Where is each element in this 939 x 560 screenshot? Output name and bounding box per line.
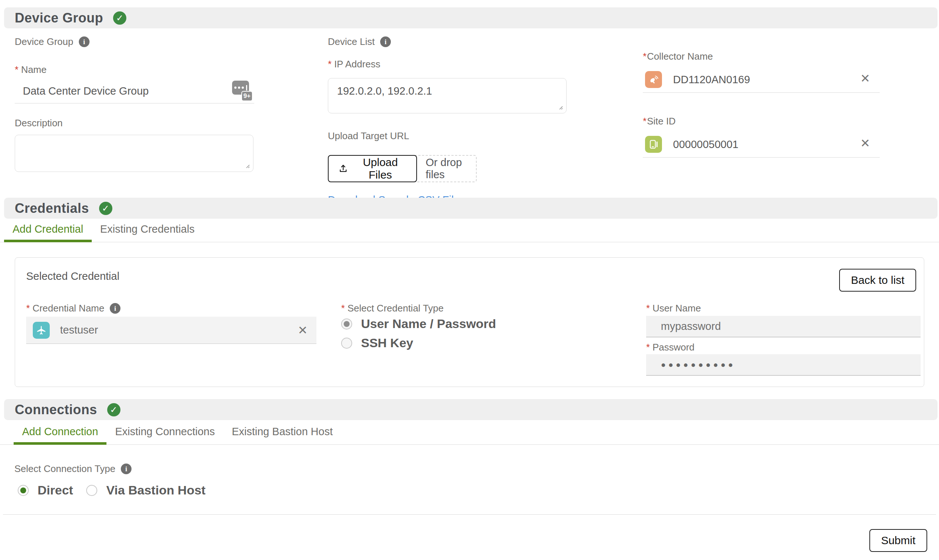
tab-existing-connections[interactable]: Existing Connections [106,426,223,445]
collector-lookup-pill[interactable]: DD1120AN0169 ✕ [643,71,880,93]
connection-type-label: Select Connection Type i [14,463,131,475]
tab-existing-bastion-host[interactable]: Existing Bastion Host [223,426,341,445]
clear-site-icon[interactable]: ✕ [860,137,870,149]
radio-via-bastion-host[interactable]: Via Bastion Host [86,483,205,497]
collector-satellite-icon [645,71,662,88]
info-icon[interactable]: i [121,463,131,474]
ip-address-label: * IP Address [328,58,567,70]
credentials-section-title: Credentials [15,201,89,216]
selected-credential-label: Selected Credential [26,270,119,282]
info-icon[interactable]: i [380,37,391,47]
resize-handle-icon[interactable] [244,162,250,169]
radio-direct[interactable]: Direct [18,483,73,497]
credential-name-pill[interactable]: testuser ✕ [26,317,316,344]
credentials-section-header: Credentials ✓ [4,198,937,219]
description-label: Description [15,117,254,129]
radio-unselected-icon[interactable] [86,485,97,496]
clear-collector-icon[interactable]: ✕ [860,72,870,84]
file-dropzone[interactable]: Upload Files Or drop files [328,155,477,182]
connections-tabs: Add Connection Existing Connections Exis… [0,426,939,445]
section-complete-check-icon: ✓ [107,403,120,416]
credential-name-label: * Credential Name i [26,303,120,314]
resize-handle-icon[interactable] [557,103,563,110]
grammar-extension-icon[interactable]: 9+ [232,81,253,101]
credential-plane-icon [33,322,50,339]
section-complete-check-icon: ✓ [113,11,126,25]
collector-name-value: DD1120AN0169 [673,74,750,86]
site-lookup-pill[interactable]: 00000050001 ✕ [643,136,880,158]
grammar-badge: 9+ [241,91,253,101]
device-group-section-header: Device Group ✓ [4,8,937,28]
device-list-label: Device List i [328,36,567,48]
selected-credential-panel: Selected Credential Back to list * Crede… [15,257,924,387]
ip-address-textarea[interactable]: 192.0.2.0, 192.0.2.1 [328,78,567,114]
radio-username-password[interactable]: User Name / Password [341,317,496,331]
password-input[interactable]: ●●●●●●●●●● [646,354,920,375]
connections-section-title: Connections [15,402,97,417]
username-input[interactable] [646,316,920,337]
upload-target-url-label: Upload Target URL [328,130,567,142]
radio-unselected-icon[interactable] [341,338,352,349]
back-to-list-button[interactable]: Back to list [839,269,916,292]
credential-type-label: * Select Credential Type [341,303,444,314]
radio-ssh-key[interactable]: SSH Key [341,336,413,350]
connections-section-header: Connections ✓ [4,399,937,420]
clear-credential-icon[interactable]: ✕ [298,325,308,336]
site-id-value: 00000050001 [673,138,738,151]
username-label: * User Name [646,303,701,314]
upload-files-button[interactable]: Upload Files [328,155,417,182]
device-group-section-title: Device Group [15,10,103,26]
radio-selected-icon[interactable] [18,485,29,496]
collector-name-label: * Collector Name [643,51,880,62]
tab-add-credential[interactable]: Add Credential [4,223,92,242]
info-icon[interactable]: i [79,37,89,47]
tab-add-connection[interactable]: Add Connection [14,426,106,445]
credential-name-value: testuser [60,324,98,336]
description-textarea[interactable] [15,135,253,172]
device-group-label: Device Group i [15,36,254,48]
footer-divider [3,514,936,515]
credentials-tabs: Add Credential Existing Credentials [0,223,939,242]
submit-button[interactable]: Submit [870,529,927,552]
password-label: * Password [646,342,694,353]
site-id-label: * Site ID [643,115,880,127]
radio-selected-icon[interactable] [341,318,352,329]
name-input[interactable] [15,85,254,103]
name-label: * Name [15,64,254,75]
tab-existing-credentials[interactable]: Existing Credentials [92,223,203,242]
drop-files-text: Or drop files [426,157,476,181]
section-complete-check-icon: ✓ [99,202,113,215]
info-icon[interactable]: i [110,303,120,314]
upload-icon [338,163,348,174]
site-device-icon [645,136,662,153]
